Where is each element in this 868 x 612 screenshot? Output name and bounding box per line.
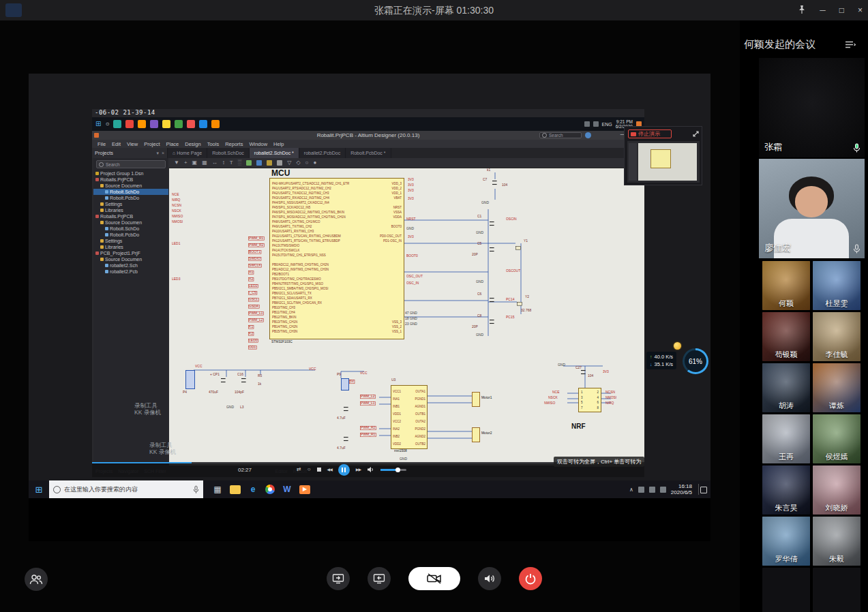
schematic-val: 1k <box>258 382 261 386</box>
altium-menubar: FileEditViewProjectPlaceDesignToolsRepor… <box>92 140 644 148</box>
tree-item: Roballs.PrjPCB <box>93 177 168 183</box>
search-mic-icon <box>193 485 199 494</box>
camera-off-button[interactable] <box>408 567 460 590</box>
tree-item-label: Source Documen <box>105 220 142 225</box>
taskbar-app-icon <box>113 120 121 128</box>
taskbar-app-icon <box>230 485 241 494</box>
download-arrow-icon: ↓ <box>650 362 653 367</box>
pip-thumbnail <box>627 141 700 183</box>
taskbar-app-icon <box>125 120 134 128</box>
participant-tile[interactable]: 侯煜嫣 <box>813 414 860 463</box>
schematic-part: Motor1 <box>481 396 492 399</box>
participant-tile[interactable]: 胡涛 <box>762 363 810 412</box>
pin-icon[interactable] <box>798 5 806 16</box>
schematic-ref: P4 <box>183 391 187 394</box>
presentation-stage: -06-02 21-39-14 ⊞○ ENG 9:21 PM 6/2/2020 <box>0 20 740 612</box>
tree-item-label: Libraries <box>105 245 123 249</box>
nrf-component: 1 3 5 7 2 4 6 8 <box>578 388 601 412</box>
folder-icon <box>100 202 104 206</box>
switch-share-button[interactable] <box>368 567 391 590</box>
schematic-cap <box>344 407 348 411</box>
nrf-pins-right: 2 4 6 8 <box>597 390 599 410</box>
schematic-part: mxi1508 <box>394 449 407 453</box>
recorder-watermark: 录制工具KK 录像机 <box>134 402 161 416</box>
expand-icon[interactable] <box>693 131 699 137</box>
schematic-cap <box>344 437 348 441</box>
participant-tile[interactable]: 罗华倩 <box>762 517 810 566</box>
accelerator-ball[interactable]: 61% <box>683 348 708 374</box>
toolbar-icon <box>246 160 252 166</box>
participant-tile[interactable]: 刘晓娇 <box>813 465 860 515</box>
maximize-button[interactable]: □ <box>839 6 844 14</box>
featured-tile[interactable]: 廖佳宏 <box>759 159 865 258</box>
tray-icon <box>638 487 644 493</box>
toolbar-icon: ● <box>313 160 316 166</box>
members-button[interactable] <box>25 568 48 591</box>
mcu-pins-right: VDD_3 VDD_2 VDD_1 VBAT NRST VSSA VDDA BO… <box>380 181 402 334</box>
tree-item: Libraries <box>93 244 168 250</box>
menu-item: File <box>98 141 106 147</box>
mcu-left-boxes: PWM_R1PWM_R2BOOT1SWDIOSWCLKX1X2LED2I_CSG… <box>248 236 278 352</box>
close-button[interactable]: × <box>858 6 863 14</box>
schematic-val: 104 <box>588 374 593 378</box>
schematic-gnd: GND <box>406 227 414 230</box>
participant-tile[interactable]: 杜昱雯 <box>813 261 860 310</box>
folder-icon <box>100 239 104 243</box>
schematic-gnd: 47 GND <box>405 311 417 315</box>
schematic-ref: C27 <box>575 366 582 369</box>
participant-grid[interactable]: 何颖杜昱雯苟银颖李佳毓胡涛谭炼王再侯煜嫣朱言昊刘晓娇罗华倩朱毅 <box>762 261 860 612</box>
microphone-icon <box>853 143 860 153</box>
schematic-gnd: 18 GND <box>405 317 417 320</box>
schematic-gnd: 23 GND <box>405 322 417 326</box>
toolbar-icon: T <box>230 160 233 166</box>
camera-off-icon <box>426 573 443 584</box>
share-letterbox <box>29 498 710 541</box>
menu-item: Help <box>273 141 284 147</box>
schematic-net: VCC <box>309 367 316 371</box>
menu-item: Edit <box>112 141 121 147</box>
tree-item-label: Source Documen <box>105 257 142 262</box>
taskbar-clock: 16:18 2020/6/5 <box>671 483 692 495</box>
schematic-netbox: PWM_R1 <box>360 433 376 437</box>
menu-item: View <box>127 141 138 147</box>
toolbar-icon <box>277 160 282 166</box>
participant-tile[interactable]: 朱毅 <box>813 517 860 566</box>
schematic-val: 104pF <box>235 391 244 394</box>
taskbar-app-icon <box>211 120 220 128</box>
leave-meeting-button[interactable] <box>519 567 542 590</box>
schematic-ref: U3 <box>391 378 395 382</box>
net-label-box: LED0 <box>248 339 258 343</box>
participant-tile[interactable]: 苟银颖 <box>762 312 810 361</box>
schematic-cap <box>221 378 226 382</box>
schematic-val: 20P <box>472 325 478 328</box>
projects-search-box: Search <box>96 160 166 168</box>
recorded-taskbar-icons: ⊞○ <box>92 120 220 128</box>
participant-tile[interactable]: 王再 <box>762 414 810 463</box>
minimize-button[interactable]: ─ <box>820 6 826 14</box>
participant-tile[interactable]: 谭炼 <box>813 363 860 412</box>
participant-tile[interactable] <box>813 568 860 612</box>
share-screen-button[interactable] <box>327 567 350 590</box>
net-label-box: I_CS <box>248 291 257 295</box>
doc-icon <box>105 190 108 194</box>
schematic-net: BOOT0 <box>406 254 418 258</box>
toolbar-icon: ▣ <box>192 160 198 166</box>
participant-tile[interactable] <box>762 568 810 612</box>
schematic-cap <box>490 247 494 251</box>
participant-tile[interactable]: 朱言昊 <box>762 465 810 515</box>
microphone-icon <box>853 244 860 254</box>
speaker-button[interactable] <box>478 567 501 590</box>
chevron-down-icon: ▾ <box>156 151 159 156</box>
net-label: NIRQ <box>172 198 183 201</box>
shared-screen[interactable]: -06-02 21-39-14 ⊞○ ENG 9:21 PM 6/2/2020 <box>29 74 710 541</box>
taskbar-app-icon: W <box>280 482 295 497</box>
featured-tile-presenter[interactable]: 张霜 <box>759 58 865 157</box>
tray-icon <box>593 121 599 127</box>
participant-tile[interactable]: 何颖 <box>762 261 810 310</box>
schematic-ref: C6 <box>477 292 481 296</box>
participant-tile[interactable]: 李佳毓 <box>813 312 860 361</box>
stop-sharing-button[interactable]: 停止演示 <box>628 129 672 138</box>
participant-layout-icon[interactable] <box>845 40 856 49</box>
toolbar-icon <box>256 160 262 166</box>
schematic-net: 3V3 <box>408 197 414 200</box>
